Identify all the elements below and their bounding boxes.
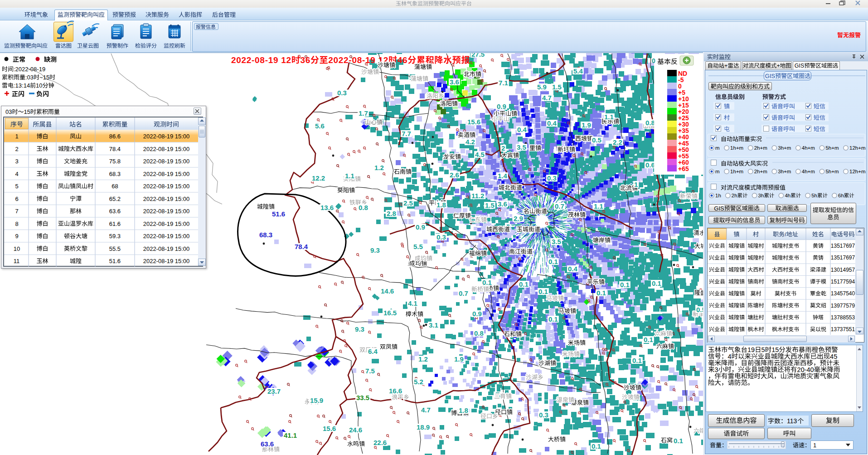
svg-text:2: 2	[15, 146, 18, 152]
svg-text:45: 45	[830, 353, 837, 360]
svg-text:2022-08-19 15:00: 2022-08-19 15:00	[143, 171, 190, 177]
svg-text:78.4: 78.4	[109, 146, 121, 152]
svg-text:13788553: 13788553	[831, 314, 855, 321]
svg-text:2022-08-19 15:00: 2022-08-19 15:00	[143, 196, 190, 202]
svg-text:2022-08-19 15:00: 2022-08-19 15:00	[143, 258, 190, 264]
svg-text:3: 3	[15, 158, 18, 165]
svg-text:2h: 2h	[732, 193, 737, 198]
svg-text:11: 11	[14, 258, 20, 264]
svg-text:63.6: 63.6	[109, 208, 121, 215]
svg-text:2022-08-19 15:00: 2022-08-19 15:00	[143, 183, 190, 190]
svg-text:2022-08-19 15:00: 2022-08-19 15:00	[143, 245, 190, 252]
svg-text:86.6: 86.6	[109, 133, 121, 140]
svg-text:7: 7	[15, 208, 18, 215]
svg-text:13457540: 13457540	[831, 290, 855, 297]
svg-text:75.8: 75.8	[109, 158, 121, 165]
svg-text:1h: 1h	[715, 193, 721, 198]
svg-text:1h+m: 1h+m	[730, 169, 743, 174]
svg-text:+: +	[724, 63, 727, 69]
svg-text:1h+m: 1h+m	[730, 145, 743, 151]
svg-text:5h: 5h	[811, 193, 817, 198]
svg-text:3h+m: 3h+m	[778, 169, 791, 174]
svg-text:m: m	[715, 169, 720, 174]
svg-text:5h+m: 5h+m	[825, 169, 839, 174]
svg-text:2022-08-19 15:00: 2022-08-19 15:00	[143, 220, 190, 227]
svg-text:4: 4	[728, 353, 732, 360]
svg-text:10: 10	[14, 245, 20, 252]
svg-text:51.6: 51.6	[109, 258, 121, 264]
svg-text:61.6: 61.6	[109, 220, 121, 227]
svg-text:03: 03	[5, 108, 12, 115]
svg-text:5: 5	[761, 346, 765, 353]
svg-text:+: +	[776, 63, 780, 69]
svg-text:2022-08-19 15:00: 2022-08-19 15:00	[143, 158, 190, 165]
svg-text:55.5: 55.5	[109, 245, 121, 252]
svg-text:4h: 4h	[785, 193, 790, 198]
svg-text:9: 9	[15, 233, 18, 240]
svg-text:15: 15	[24, 108, 30, 115]
svg-text:GIS: GIS	[714, 205, 724, 212]
svg-text:6h: 6h	[838, 193, 844, 198]
svg-text:4h+m: 4h+m	[802, 169, 815, 174]
svg-text:2022-08-19 15:00: 2022-08-19 15:00	[143, 133, 190, 140]
svg-text:3h+m: 3h+m	[778, 145, 791, 151]
svg-text:8: 8	[15, 220, 18, 227]
svg-text:GIS: GIS	[795, 63, 805, 69]
svg-text:20-40: 20-40	[797, 366, 814, 373]
svg-text:6: 6	[15, 196, 18, 202]
svg-text:GIS: GIS	[765, 73, 776, 79]
svg-text:4h+m: 4h+m	[802, 145, 815, 151]
svg-text:13737551: 13737551	[831, 326, 855, 333]
svg-text:1: 1	[15, 133, 18, 140]
svg-text:13977579: 13977579	[831, 303, 855, 309]
svg-text:65.2: 65.2	[109, 196, 121, 202]
svg-text:12h+m: 12h+m	[849, 145, 865, 151]
svg-text:m: m	[715, 145, 720, 151]
svg-text:2022-08-19 15:00: 2022-08-19 15:00	[143, 233, 190, 240]
svg-text:68.3: 68.3	[109, 171, 121, 177]
svg-text:3: 3	[715, 366, 718, 373]
svg-text:5h+m: 5h+m	[825, 145, 839, 151]
svg-text:2022-08-19 15:00: 2022-08-19 15:00	[143, 208, 190, 215]
svg-text:68: 68	[112, 183, 118, 190]
svg-text:3h: 3h	[758, 193, 764, 198]
svg-text:59.3: 59.3	[109, 233, 121, 240]
svg-text:113: 113	[787, 417, 797, 425]
svg-text:15: 15	[771, 346, 779, 353]
svg-text:2022-08-19 15:00: 2022-08-19 15:00	[143, 146, 190, 152]
svg-text:13517697: 13517697	[831, 243, 855, 249]
svg-text:/: /	[785, 231, 786, 238]
svg-text:5: 5	[15, 183, 18, 190]
svg-text:1: 1	[813, 442, 816, 449]
svg-text:2h+m: 2h+m	[754, 169, 767, 174]
svg-text:15177594: 15177594	[831, 279, 855, 285]
svg-text:4: 4	[15, 171, 18, 177]
svg-text:13014957: 13014957	[831, 267, 855, 273]
svg-text:2h+m: 2h+m	[754, 145, 767, 151]
svg-text:12h+m: 12h+m	[849, 169, 865, 174]
svg-text:13517697: 13517697	[831, 254, 855, 261]
svg-text:19: 19	[747, 346, 755, 353]
